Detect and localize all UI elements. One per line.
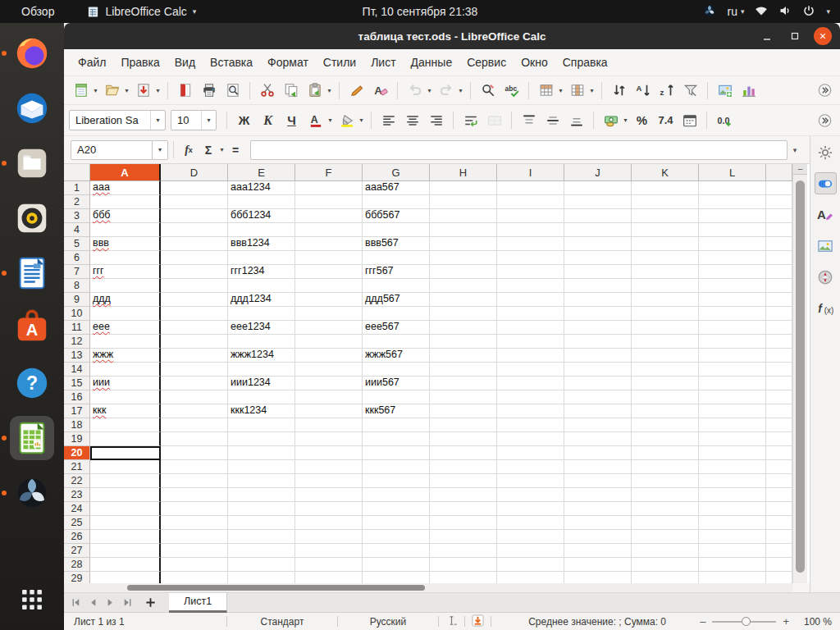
cell-I28[interactable]	[497, 558, 564, 572]
cell-A19[interactable]	[90, 432, 161, 446]
cell-F9[interactable]	[295, 293, 363, 307]
cell-A4[interactable]	[90, 223, 161, 237]
font-name-combobox[interactable]: Liberation Sa▾	[69, 110, 166, 130]
name-box[interactable]: A20	[71, 140, 153, 160]
cell-K9[interactable]	[632, 293, 699, 307]
toolbar-button-underline[interactable]: Ч	[281, 109, 303, 131]
toolbar-button-spelling[interactable]: abc	[500, 80, 523, 102]
cell-D6[interactable]	[161, 251, 228, 265]
cell-J24[interactable]	[564, 502, 632, 516]
cell-G4[interactable]	[363, 223, 430, 237]
cell-G13[interactable]: жжж567	[363, 349, 430, 363]
toolbar-button-export-pdf[interactable]	[174, 80, 196, 102]
cell-D18[interactable]	[161, 418, 228, 432]
cell-K22[interactable]	[632, 474, 699, 488]
cell-E17[interactable]: ккк1234	[228, 404, 295, 418]
cell-E26[interactable]	[228, 530, 295, 544]
zoom-out-button[interactable]: –	[696, 615, 709, 628]
toolbar-button-find-replace[interactable]	[477, 80, 499, 102]
dock-item-file-manager[interactable]	[10, 141, 54, 185]
cell-partial-1[interactable]	[766, 181, 792, 195]
cell-G19[interactable]	[363, 432, 430, 446]
cell-L24[interactable]	[699, 502, 766, 516]
font-color-dropdown-icon[interactable]: ▾	[326, 116, 334, 124]
cell-A9[interactable]: ддд	[90, 293, 161, 307]
cell-K27[interactable]	[632, 544, 699, 558]
cell-H4[interactable]	[430, 223, 497, 237]
cell-E27[interactable]	[228, 544, 295, 558]
column-header-J[interactable]: J	[564, 164, 632, 181]
cell-K18[interactable]	[632, 418, 699, 432]
cell-F19[interactable]	[295, 432, 363, 446]
cell-H11[interactable]	[430, 321, 497, 335]
cell-E22[interactable]	[228, 474, 295, 488]
toolbar-button-sort-ascending[interactable]: A	[632, 80, 654, 102]
font-size-dropdown-icon[interactable]: ▾	[201, 111, 216, 130]
cell-A13[interactable]: жжж	[90, 349, 161, 363]
cell-K20[interactable]	[632, 446, 699, 460]
cell-F22[interactable]	[295, 474, 363, 488]
toolbar-button-align-right[interactable]	[425, 109, 447, 131]
cell-partial-17[interactable]	[766, 404, 792, 418]
cell-K23[interactable]	[632, 488, 699, 502]
dock-item-libreoffice-calc[interactable]	[10, 416, 54, 460]
row-header-6[interactable]: 6	[64, 251, 90, 265]
toolbar-button-new-document[interactable]	[70, 80, 92, 102]
next-sheet-button[interactable]	[102, 594, 119, 612]
cell-H26[interactable]	[430, 530, 497, 544]
cell-J8[interactable]	[564, 279, 632, 293]
cell-partial-19[interactable]	[766, 432, 792, 446]
cell-G18[interactable]	[363, 418, 430, 432]
cell-G11[interactable]: еее567	[363, 321, 430, 335]
column-header-L[interactable]: L	[699, 164, 766, 181]
cell-I15[interactable]	[497, 377, 564, 390]
row-header-5[interactable]: 5	[64, 237, 90, 251]
toolbar-button-add-decimal[interactable]: 0.0	[713, 109, 735, 131]
cell-I27[interactable]	[497, 544, 564, 558]
cell-J21[interactable]	[564, 460, 632, 474]
cell-E25[interactable]	[228, 516, 295, 530]
toolbar-button-save[interactable]	[132, 80, 154, 102]
cell-I16[interactable]	[497, 390, 564, 404]
cell-A6[interactable]	[90, 251, 161, 265]
previous-sheet-button[interactable]	[84, 594, 102, 612]
cell-A16[interactable]	[90, 390, 161, 404]
cell-L4[interactable]	[699, 223, 766, 237]
cell-E3[interactable]: ббб1234	[228, 209, 295, 223]
toolbar-button-bold[interactable]: Ж	[233, 109, 255, 131]
row-header-29[interactable]: 29	[64, 572, 90, 583]
cell-I4[interactable]	[497, 223, 564, 237]
cell-F17[interactable]	[295, 404, 363, 418]
cell-F7[interactable]	[295, 265, 363, 279]
cell-K3[interactable]	[632, 209, 699, 223]
cell-K11[interactable]	[632, 321, 699, 335]
cell-H2[interactable]	[430, 195, 497, 209]
cell-D5[interactable]	[161, 237, 228, 251]
toolbar-overflow-button[interactable]	[814, 80, 836, 102]
menu-data[interactable]: Данные	[404, 52, 460, 72]
cell-E14[interactable]	[228, 363, 295, 377]
cell-H29[interactable]	[430, 572, 497, 583]
cell-L17[interactable]	[699, 404, 766, 418]
cell-K24[interactable]	[632, 502, 699, 516]
cell-L9[interactable]	[699, 293, 766, 307]
cell-J13[interactable]	[564, 349, 632, 363]
row-header-28[interactable]: 28	[64, 558, 90, 572]
cell-partial-15[interactable]	[766, 377, 792, 390]
cell-partial-13[interactable]	[766, 349, 792, 363]
cell-F18[interactable]	[295, 418, 363, 432]
cell-H6[interactable]	[430, 251, 497, 265]
cell-A29[interactable]	[90, 572, 161, 583]
split-window-handle[interactable]: –	[793, 164, 807, 175]
insert-row-dropdown-icon[interactable]: ▾	[557, 87, 564, 94]
cell-L25[interactable]	[699, 516, 766, 530]
cell-partial-22[interactable]	[766, 474, 792, 488]
cell-F12[interactable]	[295, 335, 363, 349]
cell-F23[interactable]	[295, 488, 363, 502]
cell-G5[interactable]: ввв567	[363, 237, 430, 251]
cell-H9[interactable]	[430, 293, 497, 307]
row-header-23[interactable]: 23	[64, 488, 90, 502]
cell-L6[interactable]	[699, 251, 766, 265]
document-modified-icon[interactable]	[472, 614, 484, 629]
toolbar-button-percent[interactable]: %	[631, 109, 653, 131]
